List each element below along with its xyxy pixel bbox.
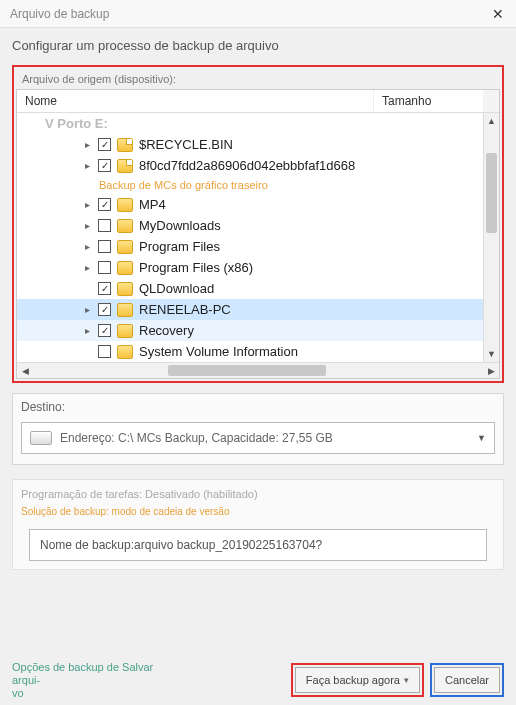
save-options-link[interactable]: Opções de backup de Salvar arqui- vo	[12, 661, 182, 700]
hscroll-track[interactable]	[33, 363, 483, 378]
item-label: Program Files	[139, 239, 483, 254]
folder-icon	[117, 282, 133, 296]
scroll-down-icon[interactable]: ▼	[484, 346, 499, 362]
folder-icon	[117, 138, 133, 152]
item-label: 8f0cd7fdd2a86906d042ebbbfaf1d668	[139, 158, 483, 173]
backup-now-button[interactable]: Faça backup agora ▾	[295, 667, 420, 693]
tree-item-hash[interactable]: ▸ ✓ 8f0cd7fdd2a86906d042ebbbfaf1d668	[17, 155, 483, 176]
item-label: MyDownloads	[139, 218, 483, 233]
item-label: $RECYCLE.BIN	[139, 137, 483, 152]
tree-rows: V Porto E: ▸ ✓ $RECYCLE.BIN ▸ ✓ 8f0cd7fd…	[17, 113, 483, 362]
cancel-button[interactable]: Cancelar	[434, 667, 500, 693]
backup-name-input[interactable]: Nome de backup: arquivo backup_201902251…	[29, 529, 487, 561]
solution-label[interactable]: Solução de backup: modo de cadeia de ver…	[21, 506, 495, 517]
item-label: Recovery	[139, 323, 483, 338]
checkbox[interactable]: ✓	[98, 282, 111, 295]
item-label: Program Files (x86)	[139, 260, 483, 275]
checkbox[interactable]: ✓	[98, 303, 111, 316]
item-label: QLDownload	[139, 281, 483, 296]
source-group-label: Arquivo de origem (dispositivo):	[16, 69, 500, 89]
disk-icon	[30, 431, 52, 445]
checkbox[interactable]	[98, 219, 111, 232]
backup-name-value: arquivo backup_20190225163704?	[134, 538, 322, 552]
checkbox[interactable]	[98, 345, 111, 358]
horizontal-scrollbar[interactable]: ◀ ▶	[17, 362, 499, 378]
schedule-panel: Programação de tarefas: Desativado (habi…	[12, 479, 504, 570]
tree-item-reneelab[interactable]: ▸ ✓ RENEELAB-PC	[17, 299, 483, 320]
folder-icon	[117, 240, 133, 254]
chevron-right-icon[interactable]: ▸	[81, 262, 93, 274]
folder-icon	[117, 261, 133, 275]
chevron-right-icon[interactable]: ▸	[81, 139, 93, 151]
chevron-right-icon[interactable]: ▸	[81, 220, 93, 232]
tree-item-mydownloads[interactable]: ▸ MyDownloads	[17, 215, 483, 236]
footer: Opções de backup de Salvar arqui- vo Faç…	[0, 661, 516, 699]
backup-now-label: Faça backup agora	[306, 674, 400, 686]
drive-label: V Porto E:	[45, 116, 108, 131]
tree-item-programfiles86[interactable]: ▸ Program Files (x86)	[17, 257, 483, 278]
destination-dropdown[interactable]: Endereço: C:\ MCs Backup, Capacidade: 27…	[21, 422, 495, 454]
tree-item-recovery[interactable]: ▸ ✓ Recovery	[17, 320, 483, 341]
tree-header: Nome Tamanho	[17, 90, 499, 113]
scroll-left-icon[interactable]: ◀	[17, 363, 33, 378]
subtitle: Configurar um processo de backup de arqu…	[0, 28, 516, 59]
chevron-right-icon[interactable]: ▸	[81, 325, 93, 337]
folder-icon	[117, 345, 133, 359]
tree-item-qldownload[interactable]: ▸ ✓ QLDownload	[17, 278, 483, 299]
checkbox[interactable]: ✓	[98, 159, 111, 172]
checkbox[interactable]: ✓	[98, 198, 111, 211]
cancel-highlight: Cancelar	[430, 663, 504, 697]
chevron-right-icon[interactable]: ▸	[81, 199, 93, 211]
scroll-thumb[interactable]	[486, 153, 497, 233]
scroll-up-icon[interactable]: ▲	[484, 113, 499, 129]
backup-now-highlight: Faça backup agora ▾	[291, 663, 424, 697]
scroll-right-icon[interactable]: ▶	[483, 363, 499, 378]
hscroll-thumb[interactable]	[168, 365, 326, 376]
folder-icon	[117, 324, 133, 338]
item-label: MP4	[139, 197, 483, 212]
chevron-down-icon[interactable]: ▾	[404, 675, 409, 685]
folder-icon	[117, 303, 133, 317]
item-label: RENEELAB-PC	[139, 302, 483, 317]
column-name[interactable]: Nome	[17, 90, 373, 112]
title-bar: Arquivo de backup ✕	[0, 0, 516, 28]
destination-panel: Destino: Endereço: C:\ MCs Backup, Capac…	[12, 393, 504, 465]
folder-icon	[117, 219, 133, 233]
checkbox[interactable]	[98, 261, 111, 274]
chevron-right-icon[interactable]: ▸	[81, 160, 93, 172]
checkbox[interactable]: ✓	[98, 138, 111, 151]
tree-subheading: Backup de MCs do gráfico traseiro	[17, 176, 483, 194]
drive-row[interactable]: V Porto E:	[17, 113, 483, 134]
item-label: System Volume Information	[139, 344, 483, 359]
chevron-right-icon[interactable]: ▸	[81, 304, 93, 316]
tree-item-mp4[interactable]: ▸ ✓ MP4	[17, 194, 483, 215]
destination-value: Endereço: C:\ MCs Backup, Capacidade: 27…	[60, 431, 333, 445]
tree-body: V Porto E: ▸ ✓ $RECYCLE.BIN ▸ ✓ 8f0cd7fd…	[17, 113, 499, 378]
column-size[interactable]: Tamanho	[373, 90, 483, 112]
schedule-label[interactable]: Programação de tarefas: Desativado (habi…	[21, 488, 495, 500]
cancel-label: Cancelar	[445, 674, 489, 686]
chevron-down-icon[interactable]: ▼	[477, 433, 486, 443]
checkbox[interactable]	[98, 240, 111, 253]
checkbox[interactable]: ✓	[98, 324, 111, 337]
tree-item-programfiles[interactable]: ▸ Program Files	[17, 236, 483, 257]
window-title: Arquivo de backup	[10, 7, 486, 21]
destination-label: Destino:	[21, 400, 495, 414]
folder-icon	[117, 159, 133, 173]
folder-icon	[117, 198, 133, 212]
header-scroll-gap	[483, 90, 499, 112]
backup-name-prefix: Nome de backup:	[40, 538, 134, 552]
source-panel-highlight: Arquivo de origem (dispositivo): Nome Ta…	[12, 65, 504, 383]
tree-item-recycle[interactable]: ▸ ✓ $RECYCLE.BIN	[17, 134, 483, 155]
chevron-right-icon[interactable]: ▸	[81, 241, 93, 253]
source-tree-panel: Nome Tamanho V Porto E: ▸ ✓ $RECYCLE.BIN…	[16, 89, 500, 379]
tree-item-svi[interactable]: ▸ System Volume Information	[17, 341, 483, 362]
close-icon[interactable]: ✕	[486, 4, 510, 24]
vertical-scrollbar[interactable]: ▲ ▼	[483, 113, 499, 362]
